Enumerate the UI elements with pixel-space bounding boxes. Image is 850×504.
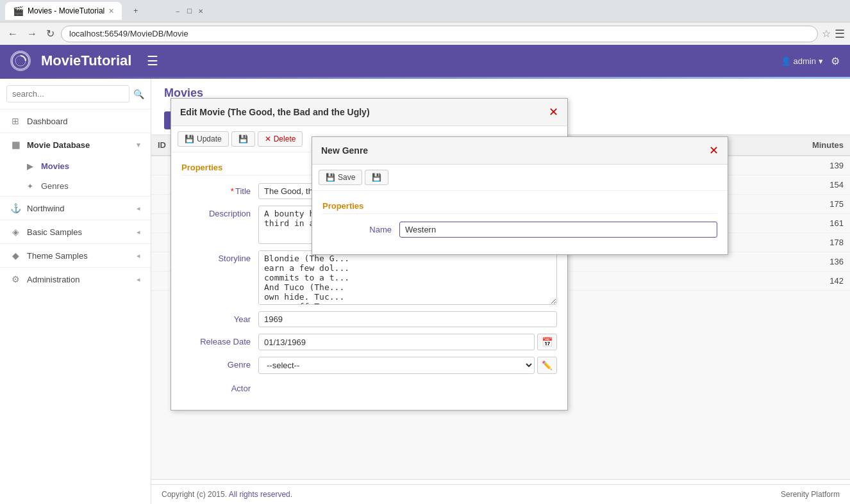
edit-modal-title: Edit Movie (The Good, the Bad and the Ug…	[180, 107, 370, 117]
storyline-field-row: Storyline Blondie (The G... earn a few d…	[181, 250, 557, 305]
genre-add-icon: ✏️	[542, 361, 553, 370]
release-date-field-row: Release Date 📅	[181, 334, 557, 350]
sidebar-item-movies[interactable]: ▶ Movies	[0, 156, 151, 176]
sidebar-item-dashboard[interactable]: ⊞ Dashboard	[0, 110, 151, 133]
new-tab[interactable]: +	[126, 3, 164, 19]
save-icon-button[interactable]: 💾	[231, 131, 255, 147]
actor-label: Actor	[181, 380, 258, 393]
sidebar-item-themesamples[interactable]: ◆ Theme Samples ◂	[0, 244, 151, 267]
app-wrapper: MovieTutorial ☰ 👤 admin ▾ ⚙ 🔍	[0, 45, 850, 504]
genre-name-input[interactable]	[399, 222, 717, 238]
genre-select[interactable]: --select--	[258, 357, 535, 374]
search-icon[interactable]: 🔍	[133, 89, 144, 99]
year-input[interactable]	[258, 311, 557, 327]
minimize-button[interactable]: –	[173, 6, 182, 15]
sidebar-label-dashboard: Dashboard	[27, 117, 68, 126]
close-window-button[interactable]: ✕	[196, 6, 205, 15]
sidebar-label-genres: Genres	[41, 181, 69, 191]
calendar-button[interactable]: 📅	[537, 334, 557, 350]
share-icon[interactable]: ⚙	[831, 55, 840, 67]
username-label: admin	[794, 56, 816, 66]
genre-modal-header: New Genre ✕	[312, 137, 728, 165]
copyright-text: Copyright (c) 2015. All rights reserved.	[162, 490, 292, 499]
genre-modal-close-button[interactable]: ✕	[709, 143, 719, 158]
calendar-icon: 📅	[542, 337, 553, 347]
browser-titlebar: 🎬 Movies - MovieTutorial ✕ + – ☐ ✕	[0, 0, 850, 22]
svg-point-0	[12, 53, 29, 69]
browser-controls: ← → ↻ ☆ ☰	[0, 22, 850, 45]
administration-arrow-icon: ◂	[137, 275, 140, 284]
genre-field-row: Genre --select-- ✏️	[181, 357, 557, 374]
sidebar-label-moviedatabase: Movie Database	[27, 140, 90, 150]
sidebar-item-moviedatabase[interactable]: ▦ Movie Database ▾	[0, 133, 151, 156]
address-bar[interactable]	[61, 26, 818, 42]
genre-properties-title: Properties	[322, 201, 717, 214]
top-nav: MovieTutorial ☰ 👤 admin ▾ ⚙	[0, 45, 850, 77]
edit-modal-header: Edit Movie (The Good, the Bad and the Ug…	[171, 99, 567, 126]
update-button[interactable]: 💾 Update	[178, 131, 229, 147]
delete-icon: ✕	[265, 134, 271, 143]
delete-button[interactable]: ✕ Delete	[258, 131, 303, 147]
tab-favicon: 🎬	[13, 6, 24, 16]
bookmark-icon[interactable]: ☆	[822, 28, 831, 40]
storyline-input[interactable]: Blondie (The G... earn a few dol... comm…	[258, 250, 557, 305]
sidebar-item-genres[interactable]: ✦ Genres	[0, 176, 151, 196]
update-icon: 💾	[185, 134, 194, 143]
browser-menu-icon[interactable]: ☰	[835, 27, 845, 41]
active-tab[interactable]: 🎬 Movies - MovieTutorial ✕	[5, 2, 122, 20]
sidebar-section-administration: ⚙ Administration ◂	[0, 267, 151, 291]
sidebar-label-northwind: Northwind	[27, 204, 65, 213]
northwind-icon: ⚓	[10, 203, 21, 213]
sidebar: 🔍 ⊞ Dashboard ▦ Movie Database ▾ ▶ Movie…	[0, 79, 151, 504]
save2-icon: 💾	[238, 134, 248, 143]
year-label: Year	[181, 311, 258, 324]
edit-modal-close-button[interactable]: ✕	[549, 105, 558, 119]
genre-modal-body: Properties Name	[312, 191, 728, 254]
genres-icon: ✦	[27, 182, 36, 191]
genre-save-button[interactable]: 💾 Save	[319, 170, 362, 185]
genre-save-label: Save	[338, 173, 355, 182]
delete-label: Delete	[274, 134, 296, 143]
dashboard-icon: ⊞	[10, 116, 21, 126]
update-label: Update	[197, 134, 222, 143]
tab-close-button[interactable]: ✕	[108, 7, 114, 15]
new-genre-modal: New Genre ✕ 💾 Save 💾 Properties	[312, 136, 728, 255]
movies-icon: ▶	[27, 162, 36, 171]
platform-text: Serenity Platform	[781, 490, 840, 499]
sidebar-section-moviedatabase: ▦ Movie Database ▾ ▶ Movies ✦ Genres	[0, 133, 151, 196]
year-field-row: Year	[181, 311, 557, 327]
moviedatabase-arrow-icon: ▾	[137, 141, 140, 149]
release-date-input[interactable]	[258, 334, 535, 350]
sidebar-search-container: 🔍	[0, 79, 151, 110]
genre-modal-title: New Genre	[321, 145, 368, 156]
hamburger-menu-icon[interactable]: ☰	[147, 53, 158, 69]
forward-button[interactable]: →	[24, 26, 40, 42]
maximize-button[interactable]: ☐	[185, 6, 194, 15]
user-dropdown-icon: ▾	[819, 56, 823, 66]
sidebar-section-themesamples: ◆ Theme Samples ◂	[0, 243, 151, 267]
reload-button[interactable]: ↻	[44, 25, 57, 42]
genre-save-icon-button[interactable]: 💾	[365, 170, 388, 185]
administration-icon: ⚙	[10, 274, 21, 284]
footer: Copyright (c) 2015. All rights reserved.…	[151, 484, 850, 504]
sidebar-label-movies: Movies	[41, 161, 69, 171]
title-label: Title	[181, 183, 258, 196]
rights-link[interactable]: All rights reserved.	[229, 490, 292, 499]
genre-add-button[interactable]: ✏️	[537, 357, 557, 374]
app-logo-icon	[10, 51, 31, 71]
sidebar-label-basicsamples: Basic Samples	[27, 227, 82, 237]
sidebar-item-northwind[interactable]: ⚓ Northwind ◂	[0, 197, 151, 220]
search-input[interactable]	[6, 85, 129, 102]
back-button[interactable]: ←	[5, 26, 21, 42]
user-icon: 👤	[781, 56, 791, 66]
genre-modal-toolbar: 💾 Save 💾	[312, 165, 728, 191]
sidebar-item-administration[interactable]: ⚙ Administration ◂	[0, 268, 151, 291]
description-label: Description	[181, 206, 258, 218]
moviedatabase-icon: ▦	[10, 140, 21, 150]
genre-name-field-row: Name	[322, 222, 717, 238]
app-title: MovieTutorial	[41, 53, 131, 69]
genre-save2-icon: 💾	[372, 173, 381, 182]
sidebar-item-basicsamples[interactable]: ◈ Basic Samples ◂	[0, 220, 151, 243]
user-menu[interactable]: 👤 admin ▾	[781, 56, 823, 66]
basicsamples-arrow-icon: ◂	[137, 228, 140, 236]
